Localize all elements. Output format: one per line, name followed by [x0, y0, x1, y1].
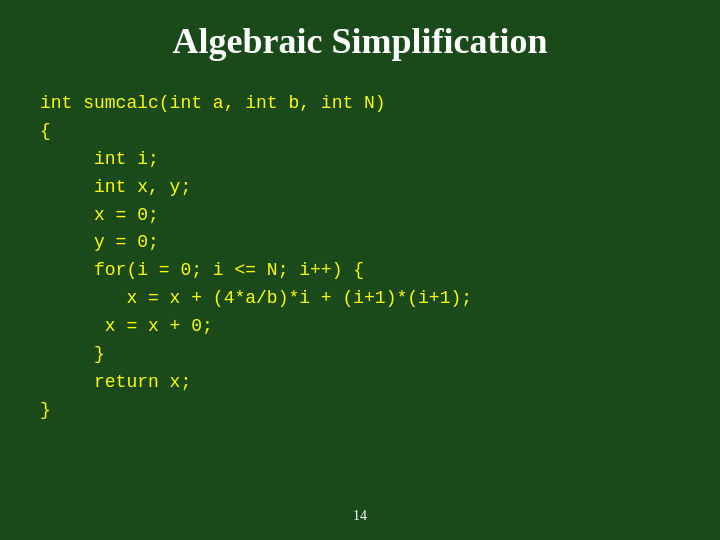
slide-title: Algebraic Simplification [40, 20, 680, 62]
slide: Algebraic Simplification int sumcalc(int… [0, 0, 720, 540]
page-number: 14 [353, 508, 367, 524]
code-block: int sumcalc(int a, int b, int N) { int i… [40, 90, 472, 425]
